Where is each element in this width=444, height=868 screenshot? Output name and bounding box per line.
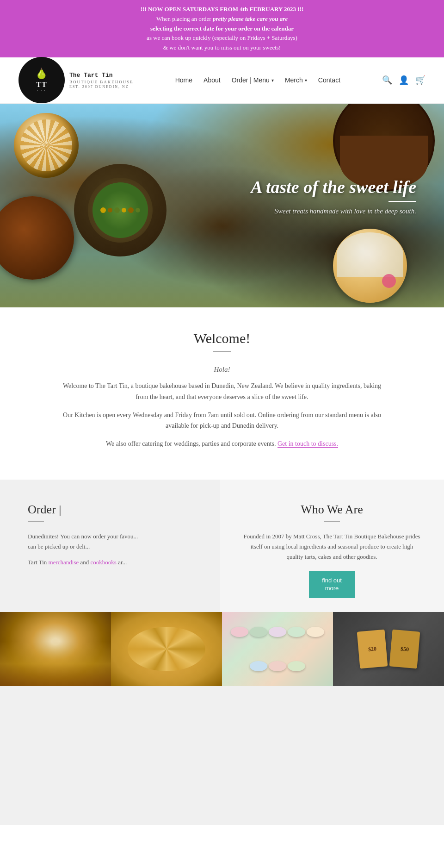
pastry-decoration-3	[74, 164, 166, 256]
gallery-grid: $20 $50	[0, 612, 444, 686]
welcome-title: Welcome!	[37, 331, 407, 346]
gallery-item-tart[interactable]	[111, 612, 222, 686]
logo-area: 🍐 TT · · · The Tart Tin Boutique Bakehou…	[18, 57, 134, 103]
get-in-touch-link[interactable]: Get in touch to discuss.	[278, 440, 338, 448]
hero-subtitle: Sweet treats handmade with love in the d…	[251, 207, 416, 215]
cookbooks-link[interactable]: cookbooks	[91, 559, 117, 566]
logo-tt-text: TT	[35, 81, 48, 89]
welcome-section: Welcome! Hola! Welcome to The Tart Tin, …	[0, 307, 444, 470]
who-we-are-column: Who We Are Founded in 2007 by Matt Cross…	[220, 480, 444, 612]
search-icon[interactable]: 🔍	[382, 75, 392, 85]
two-col-section: Order | Dunedinites! You can now order y…	[0, 480, 444, 612]
user-icon[interactable]: 👤	[399, 75, 409, 85]
nav-icons: 🔍 👤 🛒	[382, 75, 426, 85]
welcome-divider	[213, 351, 231, 352]
order-column-divider	[28, 521, 44, 522]
order-menu-chevron-icon: ▾	[271, 78, 274, 83]
pastry-decoration-5	[333, 229, 407, 303]
order-column: Order | Dunedinites! You can now order y…	[0, 480, 220, 612]
banner-line2: When placing an order pretty please take…	[9, 14, 435, 24]
who-we-are-divider	[324, 521, 340, 522]
logo-title: The Tart Tin	[69, 72, 134, 80]
logo-subtitle: Boutique Bakehouse est. 2007 Dunedin, NZ	[69, 80, 134, 89]
announcement-banner: !!! NOW OPEN SATURDAYS FROM 4th FEBRUARY…	[0, 0, 444, 57]
gallery-item-gift-cards[interactable]: $20 $50	[333, 612, 444, 686]
nav-order-menu[interactable]: Order | Menu ▾	[232, 76, 274, 84]
nav-about[interactable]: About	[204, 76, 221, 84]
hero-title: A taste of the sweet life	[251, 177, 416, 197]
site-header: 🍐 TT · · · The Tart Tin Boutique Bakehou…	[0, 57, 444, 104]
who-we-are-title: Who We Are	[243, 503, 421, 517]
hero-section: A taste of the sweet life Sweet treats h…	[0, 104, 444, 307]
welcome-para3: We also offer catering for weddings, par…	[60, 438, 384, 450]
footer-spacer	[0, 686, 444, 825]
hero-text: A taste of the sweet life Sweet treats h…	[251, 177, 444, 234]
cart-icon[interactable]: 🛒	[415, 75, 426, 85]
banner-line4: as we can book up quickly (especially on…	[9, 33, 435, 43]
logo-pear-icon: 🍐	[35, 68, 48, 80]
order-col-text2: Tart Tin merchandise and cookbooks ar...	[28, 557, 206, 568]
logo-circle: 🍐 TT · · ·	[18, 57, 65, 103]
welcome-para1: Welcome to The Tart Tin, a boutique bake…	[60, 381, 384, 403]
hero-title-divider	[388, 201, 416, 202]
banner-line5: & we don't want you to miss out on your …	[9, 43, 435, 53]
nav-merch[interactable]: Merch ▾	[285, 76, 307, 84]
order-column-title: Order |	[28, 503, 206, 517]
gallery-item-macarons[interactable]	[222, 612, 333, 686]
order-col-text1: Dunedinites! You can now order your favo…	[28, 531, 206, 552]
who-we-are-body: Founded in 2007 by Matt Cross, The Tart …	[243, 531, 421, 562]
merch-chevron-icon: ▾	[305, 78, 307, 83]
logo-text: The Tart Tin Boutique Bakehouse est. 200…	[69, 72, 134, 89]
gallery-item-cake[interactable]	[0, 612, 111, 686]
banner-line1: !!! NOW OPEN SATURDAYS FROM 4th FEBRUARY…	[9, 5, 435, 14]
banner-line3: selecting the correct date for your orde…	[9, 24, 435, 34]
pastry-decoration-1	[14, 113, 79, 178]
nav-home[interactable]: Home	[175, 76, 192, 84]
find-out-more-button[interactable]: find out more	[309, 571, 355, 598]
nav-contact[interactable]: Contact	[318, 76, 340, 84]
merchandise-link[interactable]: merchandise	[49, 559, 79, 566]
welcome-para2: Our Kitchen is open every Wednesday and …	[60, 410, 384, 432]
welcome-hola: Hola!	[37, 366, 407, 374]
main-nav: Home About Order | Menu ▾ Merch ▾ Contac…	[175, 76, 340, 84]
